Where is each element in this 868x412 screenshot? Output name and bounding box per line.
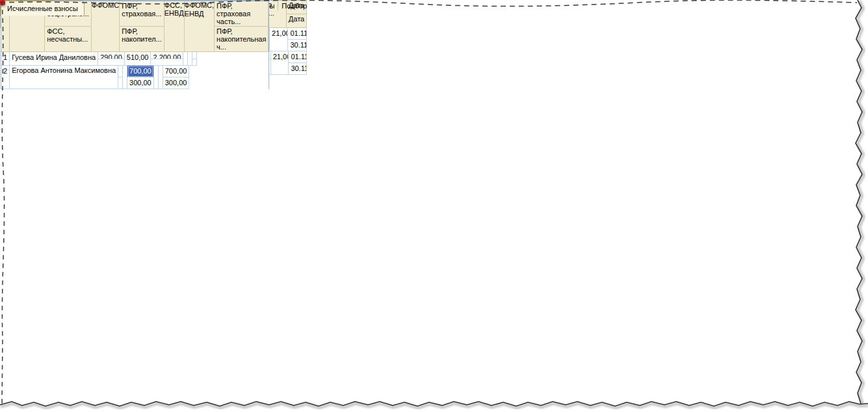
table-row: 2 Егорова Антонина Максимовна 700,00300,… <box>1 66 269 89</box>
annotation-box-contributions <box>0 0 5 5</box>
modal-tab-calculated[interactable]: Исчисленные взносы <box>1 1 85 16</box>
screenshot-stage: ачисления: Ноябрь 2012▼⇅ Учреждение: ГБУ… <box>0 0 868 412</box>
selected-cell: 700,00 <box>127 66 153 77</box>
table-row: 1 Гусева Ирина Даниловна 290,00 510,00 2… <box>1 52 269 66</box>
pick-button[interactable]: Подбор <box>282 2 307 10</box>
